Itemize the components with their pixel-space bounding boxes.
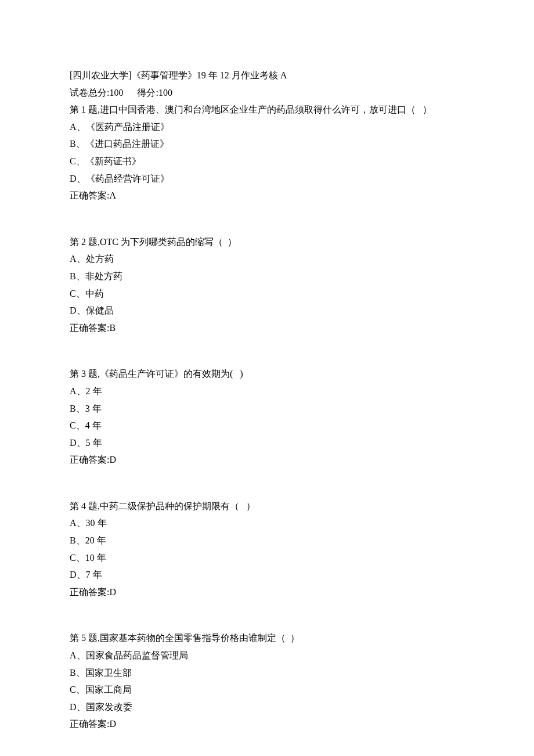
option-a: A、《医药产品注册证》: [70, 118, 464, 136]
option-d: D、5 年: [70, 434, 464, 452]
got-score: 得分:100: [137, 88, 172, 98]
question-label: 第 1 题,进口中国香港、澳门和台湾地区企业生产的药品须取得什么许可，放可进口（…: [70, 101, 464, 118]
total-score: 试卷总分:100: [70, 88, 123, 98]
option-b: B、国家卫生部: [70, 664, 464, 682]
option-c: C、4 年: [70, 417, 464, 434]
option-c: C、《新药证书》: [70, 153, 464, 170]
answer: 正确答案:D: [70, 715, 464, 733]
question-label: 第 4 题,中药二级保护品种的保护期限有（ ）: [70, 498, 464, 515]
question-5: 第 5 题,国家基本药物的全国零售指导价格由谁制定（ ） A、国家食品药品监督管…: [70, 629, 464, 733]
answer: 正确答案:D: [70, 584, 464, 601]
answer: 正确答案:A: [70, 187, 464, 204]
option-b: B、20 年: [70, 532, 464, 549]
question-label: 第 2 题,OTC 为下列哪类药品的缩写（ ）: [70, 233, 464, 251]
score-line: 试卷总分:100 得分:100: [70, 84, 464, 102]
option-a: A、处方药: [70, 250, 464, 268]
option-d: D、《药品经营许可证》: [70, 170, 464, 188]
option-a: A、2 年: [70, 383, 464, 400]
question-label: 第 3 题,《药品生产许可证》的有效期为( ): [70, 365, 464, 383]
option-b: B、3 年: [70, 400, 464, 417]
option-b: B、《进口药品注册证》: [70, 135, 464, 153]
option-b: B、非处方药: [70, 268, 464, 285]
question-1: 第 1 题,进口中国香港、澳门和台湾地区企业生产的药品须取得什么许可，放可进口（…: [70, 101, 464, 204]
option-c: C、中药: [70, 285, 464, 303]
question-label: 第 5 题,国家基本药物的全国零售指导价格由谁制定（ ）: [70, 629, 464, 647]
answer: 正确答案:B: [70, 319, 464, 337]
question-4: 第 4 题,中药二级保护品种的保护期限有（ ） A、30 年 B、20 年 C、…: [70, 498, 464, 601]
option-d: D、保健品: [70, 302, 464, 319]
option-a: A、30 年: [70, 514, 464, 532]
option-c: C、国家工商局: [70, 681, 464, 699]
option-d: D、国家发改委: [70, 699, 464, 716]
option-c: C、10 年: [70, 549, 464, 567]
answer: 正确答案:D: [70, 451, 464, 469]
question-3: 第 3 题,《药品生产许可证》的有效期为( ) A、2 年 B、3 年 C、4 …: [70, 365, 464, 469]
exam-title: [四川农业大学]《药事管理学》19 年 12 月作业考核 A: [70, 67, 464, 84]
option-d: D、7 年: [70, 566, 464, 584]
option-a: A、国家食品药品监督管理局: [70, 647, 464, 664]
question-2: 第 2 题,OTC 为下列哪类药品的缩写（ ） A、处方药 B、非处方药 C、中…: [70, 233, 464, 337]
